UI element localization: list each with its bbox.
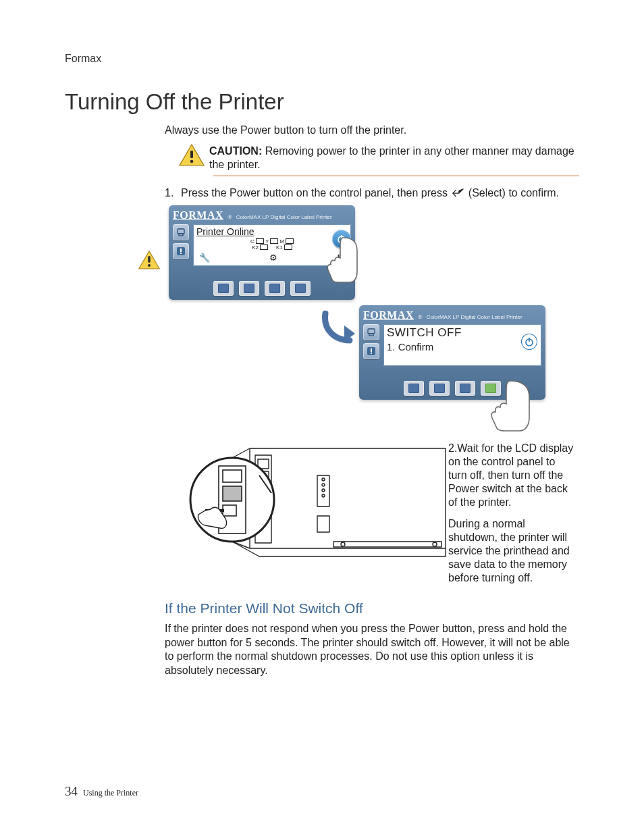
illustration-area: FORMAX® ColorMAX LP Digital Color Label … [165, 205, 579, 594]
svg-point-33 [433, 542, 437, 546]
svg-point-28 [322, 489, 325, 492]
panel-nav-button[interactable] [429, 381, 450, 396]
svg-rect-17 [371, 348, 372, 352]
step-2-column: 2.Wait for the LCD display on the contro… [448, 442, 576, 593]
caution-block: CAUTION: Removing power to the printer i… [165, 145, 579, 172]
step-2-text: 2.Wait for the LCD display on the contro… [448, 442, 576, 509]
warning-triangle-icon [178, 143, 205, 167]
svg-point-29 [322, 494, 325, 497]
svg-point-32 [341, 542, 345, 546]
step-number: 1. [165, 187, 177, 199]
settings-icon: ⚙ [269, 253, 277, 263]
page-footer: 34 Using the Printer [65, 784, 138, 799]
power-icon [521, 334, 537, 350]
panel-nav-buttons [213, 281, 311, 296]
caution-divider [213, 176, 579, 176]
svg-point-27 [322, 484, 325, 486]
lcd-confirm-line: 1. Confirm [387, 341, 538, 353]
svg-rect-6 [178, 229, 184, 234]
panel-nav-button[interactable] [455, 381, 475, 396]
lcd-title: SWITCH OFF [387, 326, 538, 340]
svg-point-2 [190, 160, 194, 163]
svg-rect-1 [190, 151, 193, 158]
brand-header: Formax [65, 53, 579, 65]
lcd-screen-switch-off: SWITCH OFF 1. Confirm [383, 324, 541, 366]
svg-rect-10 [180, 253, 182, 254]
panel-nav-button[interactable] [213, 281, 234, 296]
step-1-text: Press the Power button on the control pa… [181, 187, 559, 200]
warning-triangle-icon [138, 250, 161, 270]
svg-rect-9 [180, 249, 182, 252]
svg-rect-25 [317, 475, 329, 506]
panel-nav-button[interactable] [290, 281, 311, 296]
printer-rear-power-switch-illustration [185, 435, 455, 583]
select-arrow-icon [451, 188, 464, 200]
alert-icon [173, 243, 189, 259]
svg-rect-30 [317, 516, 329, 532]
svg-rect-31 [333, 542, 441, 547]
alert-icon [363, 343, 379, 359]
finger-press-illustration [482, 378, 549, 432]
svg-rect-18 [371, 353, 372, 354]
intro-text: Always use the Power button to turn off … [165, 124, 579, 136]
finger-press-illustration [320, 235, 367, 284]
svg-rect-14 [368, 329, 375, 334]
flow-arrow-icon [320, 311, 358, 347]
svg-rect-15 [369, 334, 373, 336]
step-1: 1. Press the Power button on the control… [165, 187, 579, 200]
svg-rect-37 [223, 486, 242, 501]
panel-nav-button[interactable] [404, 381, 424, 396]
svg-point-5 [148, 264, 151, 267]
wrench-icon: 🔧 [199, 253, 210, 263]
svg-point-26 [322, 478, 325, 481]
panel-brand: FORMAX [173, 209, 223, 221]
caution-text: CAUTION: Removing power to the printer i… [209, 145, 579, 172]
caution-label: CAUTION: [209, 145, 262, 157]
panel-nav-button[interactable] [239, 281, 259, 296]
footer-section: Using the Printer [83, 788, 138, 798]
shutdown-note: During a normal shutdown, the printer wi… [448, 517, 576, 585]
page-number: 34 [65, 784, 78, 798]
panel-nav-button[interactable] [265, 281, 285, 296]
caution-body: Removing power to the printer in any oth… [209, 145, 574, 170]
printer-status-icon [173, 224, 189, 240]
svg-rect-7 [179, 234, 183, 236]
subsection-heading: If the Printer Will Not Switch Off [165, 600, 579, 617]
svg-rect-4 [148, 256, 150, 262]
page-title: Turning Off the Printer [65, 89, 579, 115]
subsection-body: If the printer does not respond when you… [165, 622, 579, 678]
panel-brand: FORMAX [363, 309, 414, 321]
printer-status-icon [363, 324, 379, 340]
